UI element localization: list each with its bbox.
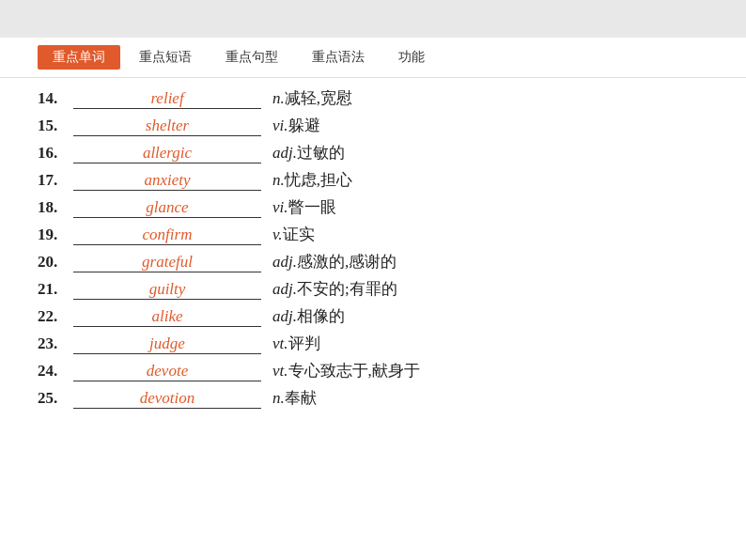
item-number: 25. — [38, 389, 73, 408]
vocab-item: 25.devotionn.奉献 — [38, 387, 708, 409]
vocab-item: 14.reliefn.减轻,宽慰 — [38, 87, 708, 109]
item-number: 16. — [38, 144, 73, 163]
vocab-word: guilty — [146, 280, 190, 299]
vocab-definition: adj.不安的;有罪的 — [272, 278, 397, 300]
vocab-definition: adj.过敏的 — [272, 142, 345, 163]
vocab-list: 14.reliefn.减轻,宽慰15.sheltervi.躲避16.allerg… — [0, 78, 746, 424]
vocab-word: anxiety — [140, 171, 194, 190]
item-number: 24. — [38, 362, 73, 381]
tab-key-words[interactable]: 重点单词 — [38, 45, 120, 70]
vocab-word: devotion — [136, 389, 199, 408]
vocab-item: 23.judgevt.评判 — [38, 333, 708, 354]
item-number: 17. — [38, 171, 73, 190]
item-number: 15. — [38, 117, 73, 135]
blank-line: relief — [73, 89, 261, 109]
tab-key-grammar[interactable]: 重点语法 — [297, 45, 380, 70]
vocab-item: 20.gratefuladj.感激的,感谢的 — [38, 251, 708, 272]
blank-line: judge — [73, 334, 261, 354]
vocab-definition: n.忧虑,担心 — [272, 169, 352, 191]
tab-function[interactable]: 功能 — [383, 45, 440, 70]
blank-line: confirm — [73, 226, 261, 245]
vocab-word: grateful — [138, 253, 196, 272]
vocab-item: 18.glancevi.瞥一眼 — [38, 196, 708, 218]
vocab-word: devote — [143, 362, 192, 381]
tab-bar: 重点单词 重点短语 重点句型 重点语法 功能 — [0, 38, 746, 78]
blank-line: glance — [73, 198, 261, 218]
blank-line: shelter — [73, 117, 261, 136]
vocab-word: allergic — [139, 144, 195, 163]
vocab-word: relief — [147, 89, 187, 108]
vocab-item: 22.alikeadj.相像的 — [38, 305, 708, 327]
vocab-word: judge — [146, 334, 189, 353]
item-number: 23. — [38, 334, 73, 353]
blank-line: grateful — [73, 253, 261, 272]
vocab-definition: n.奉献 — [272, 387, 317, 409]
vocab-definition: vt.评判 — [272, 333, 320, 354]
blank-line: alike — [73, 307, 261, 327]
blank-line: allergic — [73, 144, 261, 163]
tab-key-phrases[interactable]: 重点短语 — [124, 45, 207, 70]
top-bar — [0, 0, 746, 38]
vocab-item: 17.anxietyn.忧虑,担心 — [38, 169, 708, 191]
vocab-item: 24.devotevt.专心致志于,献身于 — [38, 360, 708, 381]
vocab-word: glance — [142, 198, 192, 217]
vocab-definition: adj.感激的,感谢的 — [272, 251, 396, 272]
item-number: 14. — [38, 89, 73, 108]
blank-line: devotion — [73, 389, 261, 409]
vocab-item: 19.confirmv.证实 — [38, 224, 708, 245]
vocab-word: confirm — [139, 226, 196, 244]
vocab-word: alike — [148, 307, 186, 326]
vocab-definition: vi.瞥一眼 — [272, 196, 336, 218]
vocab-item: 15.sheltervi.躲避 — [38, 115, 708, 136]
blank-line: anxiety — [73, 171, 261, 191]
vocab-definition: vi.躲避 — [272, 115, 320, 136]
blank-line: guilty — [73, 280, 261, 300]
item-number: 21. — [38, 280, 73, 299]
item-number: 22. — [38, 307, 73, 326]
vocab-item: 21.guiltyadj.不安的;有罪的 — [38, 278, 708, 300]
vocab-definition: v.证实 — [272, 224, 315, 245]
item-number: 18. — [38, 198, 73, 217]
vocab-word: shelter — [142, 117, 193, 135]
item-number: 19. — [38, 226, 73, 244]
blank-line: devote — [73, 362, 261, 381]
vocab-definition: adj.相像的 — [272, 305, 345, 327]
vocab-item: 16.allergicadj.过敏的 — [38, 142, 708, 163]
tab-key-sentences[interactable]: 重点句型 — [210, 45, 293, 70]
item-number: 20. — [38, 253, 73, 272]
vocab-definition: n.减轻,宽慰 — [272, 87, 352, 109]
vocab-definition: vt.专心致志于,献身于 — [272, 360, 420, 381]
